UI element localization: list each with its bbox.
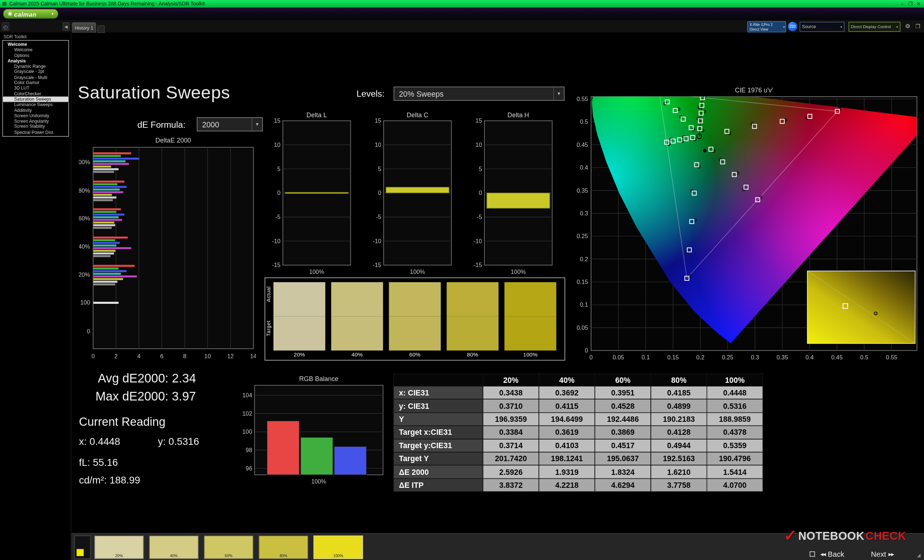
svg-text:100%: 100% <box>309 268 324 275</box>
table-cell: 198.1241 <box>539 452 595 466</box>
table-row: Target x:CIE310.33840.36190.38690.41280.… <box>393 426 763 439</box>
de-formula-dropdown[interactable]: 2000 ▾ <box>197 117 263 131</box>
sidebar-item-luminance-sweeps[interactable]: Luminance Sweeps <box>3 102 68 108</box>
meter-selector[interactable]: X-Rite i1Pro 2 Direct View ▾ <box>747 21 786 33</box>
svg-text:6: 6 <box>160 353 164 358</box>
swatch-target-80% <box>447 316 499 351</box>
session-history-icon[interactable]: ◴ <box>2 22 9 31</box>
maximize-button[interactable]: ❐ <box>906 0 915 7</box>
sidebar-item-grayscale-2pt[interactable]: Grayscale - 2pt <box>3 69 68 75</box>
calman-logo-button[interactable]: ◉ calman ▾ <box>3 9 58 19</box>
sidebar-item-options[interactable]: Options <box>3 53 68 58</box>
table-cell: 1.5414 <box>707 466 763 479</box>
swatch-label: 80% <box>447 351 499 358</box>
pattern-filmstrip: 20%40%60%80%100% <box>72 533 924 560</box>
svg-text:20%: 20% <box>79 271 90 278</box>
sidebar-item-welcome[interactable]: Welcome <box>3 42 68 47</box>
table-cell: 3.7758 <box>651 478 707 492</box>
svg-text:0: 0 <box>478 189 482 196</box>
delta-c-chart: Delta C151050-5-10-15100% <box>366 110 460 281</box>
gear-icon[interactable]: ⚙ <box>903 21 912 32</box>
table-cell: 0.3438 <box>483 386 539 400</box>
table-row: Y196.9359194.6499192.4486190.2183188.985… <box>393 412 763 426</box>
table-cell: 3.8372 <box>483 478 539 492</box>
table-cell: 1.6210 <box>651 466 707 479</box>
svg-text:60%: 60% <box>79 215 90 222</box>
display-control-dropdown[interactable]: Direct Display Control ▾ <box>849 22 900 32</box>
svg-text:0.25: 0.25 <box>722 354 734 361</box>
svg-text:102: 102 <box>243 410 252 417</box>
sidebar-item-3d-lut[interactable]: 3D LUT <box>3 85 68 91</box>
calman-aperture-icon: ◉ <box>8 11 12 16</box>
filmstrip-thumb-20%[interactable]: 20% <box>94 536 144 559</box>
sidebar-collapse-button[interactable]: ◀ <box>63 22 70 31</box>
sidebar-item-saturation-sweeps[interactable]: Saturation Sweeps <box>3 97 68 102</box>
swatch-actual-80% <box>447 282 499 316</box>
table-cell: 0.3869 <box>595 426 651 439</box>
stop-icon[interactable] <box>810 551 815 557</box>
chevron-down-icon: ▾ <box>554 87 564 100</box>
reading-cdm2: cd/m²: 188.99 <box>79 475 140 487</box>
filmstrip-pattern-thumb[interactable] <box>74 536 91 559</box>
de-formula-value: 2000 <box>202 120 219 129</box>
table-row-label: Y <box>393 412 483 426</box>
table-col-header: 20% <box>483 374 539 386</box>
minimize-button[interactable]: – <box>898 0 906 7</box>
swatch-label: 60% <box>389 351 441 358</box>
svg-text:0: 0 <box>87 328 90 334</box>
pattern-window-icon <box>76 549 84 556</box>
swatch-target-100% <box>505 316 556 351</box>
sidebar-item-screen-angularity[interactable]: Screen Angularity <box>3 118 68 124</box>
app-icon <box>3 2 6 6</box>
close-button[interactable]: ✕ <box>915 0 923 7</box>
sidebar-item-welcome[interactable]: Welcome <box>3 47 68 53</box>
svg-text:0.05: 0.05 <box>577 324 588 331</box>
filmstrip-thumb-80%[interactable]: 80% <box>259 536 308 559</box>
sidebar-item-dynamic-range[interactable]: Dynamic Range <box>3 64 68 69</box>
table-cell: 195.0637 <box>595 452 651 466</box>
back-button[interactable]: ◀◀ Back <box>820 550 844 559</box>
source-dropdown[interactable]: Source ▾ <box>800 22 844 32</box>
table-cell: 194.6499 <box>539 412 595 426</box>
table-cell: 0.4528 <box>595 400 651 413</box>
sidebar-item-analysis[interactable]: Analysis <box>3 58 68 63</box>
svg-text:5: 5 <box>277 166 280 172</box>
tab-history-1[interactable]: History 1 <box>72 22 96 33</box>
levels-dropdown[interactable]: 20% Sweeps ▾ <box>394 87 564 101</box>
sidebar-item-additivity[interactable]: Additivity <box>3 108 68 113</box>
back-button-label: Back <box>828 550 844 559</box>
table-cell: 0.3710 <box>483 400 539 413</box>
svg-text:0.1: 0.1 <box>580 301 588 308</box>
swatch-actual-20% <box>274 282 326 316</box>
layout-panel-icon[interactable]: ❐ <box>914 21 922 32</box>
sidebar-item-screen-uniformity[interactable]: Screen Uniformity <box>3 113 68 118</box>
svg-text:-15: -15 <box>272 262 281 268</box>
resize-grip-icon[interactable]: ◢ <box>917 553 920 558</box>
swatch-label: 20% <box>274 351 326 358</box>
svg-text:0: 0 <box>378 189 381 196</box>
sidebar-item-grayscale-multi[interactable]: Grayscale - Multi <box>3 75 68 80</box>
table-cell: 0.4115 <box>539 400 595 413</box>
filmstrip-thumb-60%[interactable]: 60% <box>204 536 254 559</box>
levels-label: Levels: <box>357 88 385 99</box>
sidebar-item-colorchecker[interactable]: ColorChecker <box>3 91 68 97</box>
meter-name: X-Rite i1Pro 2 <box>750 22 784 27</box>
filmstrip-thumb-100%[interactable]: 100% <box>314 536 363 559</box>
table-cell: 0.5359 <box>707 439 763 452</box>
titlebar: Calman 2025 Calman Ultimate for Business… <box>0 0 924 7</box>
reading-x: x: 0.4448 <box>79 436 120 448</box>
filmstrip-thumb-40%[interactable]: 40% <box>149 536 198 559</box>
sidebar-item-color-gamut[interactable]: Color Gamut <box>3 80 68 85</box>
next-button[interactable]: Next ▶▶ <box>871 550 894 559</box>
next-button-label: Next <box>871 550 886 559</box>
svg-text:0.2: 0.2 <box>696 354 705 361</box>
delta-h-chart: Delta H151050-5-10-15100% <box>467 110 561 281</box>
levels-value: 20% Sweeps <box>399 89 444 98</box>
svg-text:12: 12 <box>227 353 234 358</box>
sidebar-item-spectral-power-dist-[interactable]: Spectral Power Dist. <box>3 130 68 135</box>
swatch-actual-40% <box>332 282 383 316</box>
sidebar-item-screen-stability[interactable]: Screen Stability <box>3 124 68 130</box>
table-cell: 192.4486 <box>595 412 651 426</box>
table-row: y: CIE310.37100.41150.45280.48990.5316 <box>393 400 763 413</box>
new-tab-button[interactable] <box>97 25 105 33</box>
